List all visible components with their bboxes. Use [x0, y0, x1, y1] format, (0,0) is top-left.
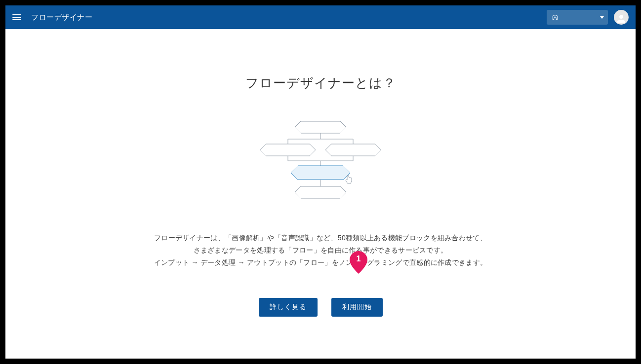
start-button[interactable]: 利用開始	[331, 298, 383, 317]
desc-line-1: フローデザイナーは、「画像解析」や「音声認識」など、50種類以上ある機能ブロック…	[5, 232, 636, 244]
svg-marker-5	[260, 144, 316, 156]
svg-marker-11	[291, 166, 350, 180]
desc-line-2: さまざまなデータを処理する「フロー」を自由に作る事ができるサービスです。	[5, 244, 636, 256]
svg-marker-13	[295, 186, 346, 198]
app-title: フローデザイナー	[31, 13, 92, 22]
page-heading: フローデザイナーとは？	[5, 74, 636, 92]
svg-marker-6	[325, 144, 381, 156]
app-header: フローデザイナー	[5, 5, 636, 29]
flow-diagram-illustration	[256, 117, 385, 206]
org-selector-dropdown[interactable]	[547, 10, 608, 25]
button-row: 詳しく見る 利用開始	[5, 298, 636, 317]
main-content: フローデザイナーとは？	[5, 29, 636, 317]
description: フローデザイナーは、「画像解析」や「音声認識」など、50種類以上ある機能ブロック…	[5, 232, 636, 269]
chevron-down-icon	[600, 16, 604, 19]
hamburger-menu-icon[interactable]	[12, 12, 22, 22]
building-icon	[552, 14, 559, 21]
pointer-hand-icon	[346, 176, 352, 183]
learn-more-button[interactable]: 詳しく見る	[259, 298, 318, 317]
svg-marker-0	[295, 121, 346, 133]
user-avatar[interactable]	[614, 10, 629, 25]
desc-line-3: インプット → データ処理 → アウトプットの「フロー」をノンプログラミングで直…	[5, 256, 636, 269]
